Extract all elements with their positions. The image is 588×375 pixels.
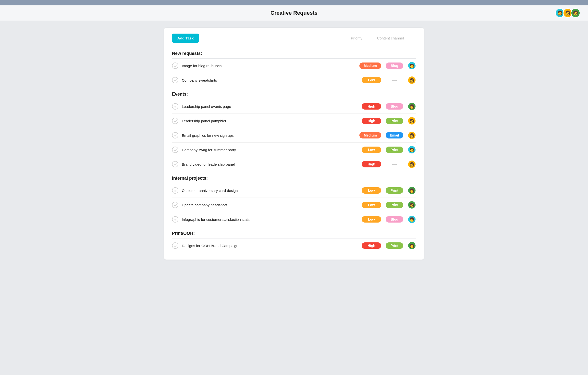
task-checkbox[interactable]	[172, 202, 178, 208]
task-meta: LowPrint👩	[362, 186, 416, 195]
task-meta: LowPrint👩	[362, 201, 416, 209]
task-checkbox[interactable]	[172, 77, 178, 83]
avatar: 🧑	[408, 62, 416, 70]
channel-badge[interactable]: —	[386, 161, 403, 168]
task-checkbox[interactable]	[172, 242, 178, 249]
table-row: Image for blog re-launchMediumBlog🧑	[172, 59, 416, 73]
task-checkbox[interactable]	[172, 216, 178, 223]
section-internal-projects: Internal projects:Customer anniversary c…	[172, 172, 416, 226]
task-name: Designs for OOH Brand Campaign	[182, 244, 362, 248]
task-name: Customer anniversary card design	[182, 188, 362, 193]
channel-col-header: Content channel	[377, 36, 404, 40]
table-row: Infographic for customer satisfaction st…	[172, 212, 416, 226]
section-title: Internal projects:	[172, 172, 416, 183]
table-row: Company swag for summer partyLowPrint🧑	[172, 143, 416, 157]
channel-badge[interactable]: Print	[386, 202, 403, 208]
column-headers: Priority Content channel	[351, 36, 416, 40]
task-name: Email graphics for new sign ups	[182, 133, 359, 138]
task-name: Leadership panel pamphlet	[182, 119, 362, 123]
table-row: Company sweatshirtsLow—👩	[172, 73, 416, 87]
task-checkbox[interactable]	[172, 103, 178, 110]
section-title: New requests:	[172, 48, 416, 59]
task-meta: HighPrint👩	[362, 241, 416, 250]
priority-badge[interactable]: Medium	[359, 62, 381, 69]
section-title: Events:	[172, 88, 416, 99]
avatar: 👩	[408, 76, 416, 84]
avatar: 🧑	[408, 146, 416, 154]
channel-badge[interactable]: Blog	[386, 62, 403, 69]
main-content: Add Task Priority Content channel New re…	[164, 28, 424, 260]
avatar: 👩	[408, 241, 416, 250]
priority-badge[interactable]: Low	[362, 187, 381, 194]
header: Creative Requests 👩👩🧑	[0, 5, 588, 21]
priority-badge[interactable]: Low	[362, 147, 381, 153]
priority-badge[interactable]: High	[362, 103, 381, 110]
task-name: Infographic for customer satisfaction st…	[182, 217, 362, 222]
task-checkbox[interactable]	[172, 147, 178, 153]
top-bar	[0, 0, 588, 5]
priority-badge[interactable]: Medium	[359, 132, 381, 138]
task-checkbox[interactable]	[172, 161, 178, 167]
channel-badge[interactable]: Print	[386, 118, 403, 124]
task-checkbox[interactable]	[172, 118, 178, 124]
avatar: 👩	[408, 131, 416, 139]
task-meta: HighBlog👩	[362, 102, 416, 111]
task-checkbox[interactable]	[172, 62, 178, 69]
avatar: 👩	[408, 160, 416, 168]
avatar: 👩	[408, 186, 416, 195]
table-row: Customer anniversary card designLowPrint…	[172, 183, 416, 198]
page-title: Creative Requests	[270, 10, 318, 16]
table-row: Leadership panel events pageHighBlog👩	[172, 99, 416, 114]
priority-col-header: Priority	[351, 36, 362, 40]
task-meta: LowPrint🧑	[362, 146, 416, 154]
table-row: Brand video for leadership panelHigh—👩	[172, 157, 416, 171]
sections-container: New requests:Image for blog re-launchMed…	[172, 48, 416, 253]
table-row: Leadership panel pamphletHighPrint👩	[172, 114, 416, 128]
channel-badge[interactable]: —	[386, 76, 403, 84]
section-events: Events:Leadership panel events pageHighB…	[172, 88, 416, 171]
toolbar: Add Task Priority Content channel	[172, 34, 416, 43]
table-row: Designs for OOH Brand CampaignHighPrint👩	[172, 238, 416, 253]
priority-badge[interactable]: Low	[362, 216, 381, 223]
section-title: Print/OOH:	[172, 227, 416, 238]
avatar: 👩	[408, 102, 416, 111]
avatar: 👩	[408, 201, 416, 209]
task-checkbox[interactable]	[172, 132, 178, 138]
channel-badge[interactable]: Print	[386, 147, 403, 153]
task-name: Company sweatshirts	[182, 78, 362, 82]
avatar: 👩	[408, 117, 416, 125]
task-meta: MediumEmail👩	[359, 131, 416, 139]
channel-badge[interactable]: Print	[386, 242, 403, 249]
task-name: Image for blog re-launch	[182, 64, 359, 68]
priority-badge[interactable]: Low	[362, 202, 381, 208]
task-name: Brand video for leadership panel	[182, 162, 362, 166]
section-print-ooh: Print/OOH:Designs for OOH Brand Campaign…	[172, 227, 416, 253]
add-task-button[interactable]: Add Task	[172, 34, 199, 43]
table-row: Email graphics for new sign upsMediumEma…	[172, 128, 416, 143]
avatar: 🧑	[408, 215, 416, 224]
section-new-requests: New requests:Image for blog re-launchMed…	[172, 48, 416, 87]
task-meta: MediumBlog🧑	[359, 62, 416, 70]
header-avatars: 👩👩🧑	[555, 8, 580, 18]
task-meta: LowBlog🧑	[362, 215, 416, 224]
channel-badge[interactable]: Email	[386, 132, 403, 138]
priority-badge[interactable]: High	[362, 242, 381, 249]
channel-badge[interactable]: Print	[386, 187, 403, 194]
task-name: Leadership panel events page	[182, 104, 362, 109]
priority-badge[interactable]: High	[362, 118, 381, 124]
channel-badge[interactable]: Blog	[386, 103, 403, 110]
priority-badge[interactable]: Low	[362, 77, 381, 83]
task-meta: Low—👩	[362, 76, 416, 84]
task-meta: HighPrint👩	[362, 117, 416, 125]
header-avatar: 🧑	[571, 8, 580, 18]
task-meta: High—👩	[362, 160, 416, 168]
task-name: Update company headshots	[182, 203, 362, 207]
table-row: Update company headshotsLowPrint👩	[172, 198, 416, 212]
priority-badge[interactable]: High	[362, 161, 381, 167]
task-checkbox[interactable]	[172, 187, 178, 194]
channel-badge[interactable]: Blog	[386, 216, 403, 223]
task-name: Company swag for summer party	[182, 148, 362, 152]
